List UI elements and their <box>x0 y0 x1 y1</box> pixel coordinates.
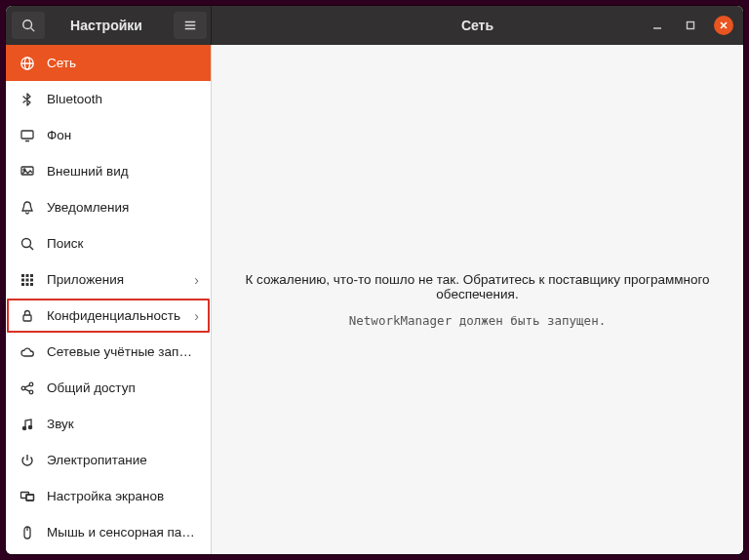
sidebar-item-search[interactable]: Поиск <box>6 225 211 261</box>
sidebar-item-notifications[interactable]: Уведомления <box>6 189 211 225</box>
note-icon <box>20 417 35 432</box>
sidebar-item-label: Настройка экранов <box>47 489 199 503</box>
svg-rect-25 <box>26 283 29 286</box>
svg-rect-24 <box>21 283 24 286</box>
sidebar-item-label: Электропитание <box>47 453 199 467</box>
sidebar-item-bluetooth[interactable]: Bluetooth <box>6 81 211 117</box>
sidebar-item-mouse[interactable]: Мышь и сенсорная панель <box>6 514 211 550</box>
svg-rect-18 <box>21 274 24 277</box>
svg-rect-12 <box>21 131 33 139</box>
chevron-right-icon: › <box>194 272 199 288</box>
bell-icon <box>20 200 35 216</box>
svg-line-1 <box>31 28 35 32</box>
svg-rect-36 <box>26 495 34 500</box>
search-icon <box>20 236 35 252</box>
share-icon <box>20 380 35 396</box>
svg-point-33 <box>22 426 25 429</box>
sidebar-title: Настройки <box>49 18 170 33</box>
sidebar-item-power[interactable]: Электропитание <box>6 442 211 478</box>
svg-rect-27 <box>23 315 31 321</box>
sidebar-item-label: Уведомления <box>47 200 199 215</box>
svg-point-29 <box>29 382 33 386</box>
content-area: К сожалению, что-то пошло не так. Обрати… <box>212 45 743 554</box>
maximize-icon <box>686 20 695 30</box>
mouse-icon <box>20 525 35 540</box>
svg-line-31 <box>25 384 30 386</box>
sidebar-item-label: Внешний вид <box>47 164 199 179</box>
close-icon <box>719 20 729 30</box>
window-body: СетьBluetoothФонВнешний видУведомленияПо… <box>6 45 743 554</box>
svg-rect-22 <box>26 278 29 281</box>
display-icon <box>20 128 35 143</box>
sidebar-item-label: Сеть <box>47 56 199 70</box>
bluetooth-icon <box>20 92 35 107</box>
sidebar-item-label: Приложения <box>47 272 182 287</box>
sidebar-item-label: Фон <box>47 128 199 142</box>
svg-rect-23 <box>30 278 33 281</box>
sidebar-item-online[interactable]: Сетевые учётные записи <box>6 334 211 370</box>
sidebar-item-background[interactable]: Фон <box>6 117 211 153</box>
error-detail: NetworkManager должен быть запущен. <box>349 313 606 328</box>
sidebar-item-network[interactable]: Сеть <box>6 45 211 81</box>
error-message: К сожалению, что-то пошло не так. Обрати… <box>231 272 724 301</box>
sidebar-item-label: Мышь и сенсорная панель <box>47 525 199 540</box>
sidebar-item-label: Звук <box>47 417 199 431</box>
svg-point-34 <box>28 425 31 428</box>
sidebar-item-label: Общий доступ <box>47 380 199 395</box>
sidebar-item-appearance[interactable]: Внешний вид <box>6 153 211 189</box>
power-icon <box>20 453 35 468</box>
window-close-button[interactable] <box>714 16 733 35</box>
window-maximize-button[interactable] <box>681 16 700 35</box>
screens-icon <box>20 489 35 504</box>
cloud-icon <box>20 344 35 360</box>
lock-icon <box>20 308 35 324</box>
sidebar-item-displays[interactable]: Настройка экранов <box>6 478 211 514</box>
window-controls <box>648 16 743 35</box>
titlebar-right: Сеть <box>212 6 743 45</box>
settings-window: Настройки Сеть СетьBluetoothФонВнешний в… <box>6 6 743 554</box>
svg-line-17 <box>30 246 34 250</box>
sidebar-item-privacy[interactable]: Конфиденциальность› <box>6 298 211 334</box>
svg-rect-6 <box>688 22 694 29</box>
hamburger-menu-button[interactable] <box>174 12 207 39</box>
globe-icon <box>20 56 35 71</box>
svg-rect-21 <box>21 278 24 281</box>
svg-rect-20 <box>30 274 33 277</box>
sidebar-item-label: Поиск <box>47 236 199 251</box>
hamburger-icon <box>183 19 197 32</box>
svg-point-16 <box>22 238 31 247</box>
svg-rect-26 <box>30 283 33 286</box>
window-minimize-button[interactable] <box>648 16 667 35</box>
sidebar-item-applications[interactable]: Приложения› <box>6 261 211 298</box>
svg-point-30 <box>29 390 33 394</box>
titlebar-left: Настройки <box>6 6 212 45</box>
appearance-icon <box>20 164 35 180</box>
svg-point-0 <box>23 20 32 29</box>
svg-line-32 <box>25 388 30 390</box>
sidebar-item-label: Bluetooth <box>47 92 199 106</box>
sidebar-item-sound[interactable]: Звук <box>6 406 211 442</box>
sidebar-item-label: Конфиденциальность <box>47 308 182 323</box>
grid-icon <box>20 272 35 288</box>
search-icon <box>21 19 35 32</box>
svg-point-28 <box>21 386 25 390</box>
search-button[interactable] <box>12 12 45 39</box>
sidebar-item-sharing[interactable]: Общий доступ <box>6 370 211 406</box>
titlebar: Настройки Сеть <box>6 6 743 45</box>
chevron-right-icon: › <box>194 308 199 324</box>
minimize-icon <box>652 20 662 30</box>
sidebar: СетьBluetoothФонВнешний видУведомленияПо… <box>6 45 212 554</box>
svg-rect-19 <box>26 274 29 277</box>
sidebar-item-label: Сетевые учётные записи <box>47 344 199 359</box>
